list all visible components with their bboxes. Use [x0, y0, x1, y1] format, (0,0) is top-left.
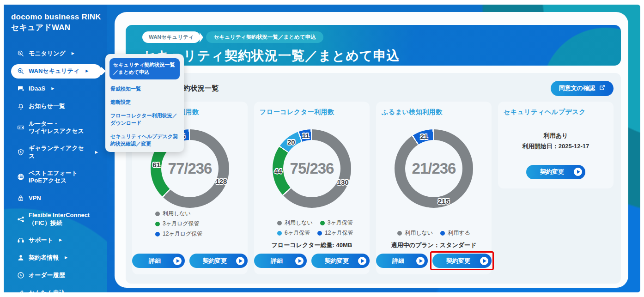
donut-segment-label: 21 [420, 133, 428, 140]
app-title: docomo business RINK セキュアドWAN [11, 12, 102, 33]
usage-legend: 利用しない3ヶ月ログ保管12ヶ月ログ保管 [138, 210, 242, 238]
page-title: セキュリティ契約状況一覧／まとめて申込 [142, 47, 621, 65]
breadcrumb-parent[interactable]: WANセキュリティ [142, 31, 200, 43]
wan-security-search-icon [17, 67, 24, 75]
contract-change-button-highlighted[interactable]: 契約変更 [432, 254, 492, 268]
sidebar-item-support[interactable]: サポート ▶ [11, 233, 102, 248]
legend-dot-icon [155, 212, 160, 216]
legend-item: 利用する [440, 229, 470, 237]
chat-bubble-icon [17, 85, 24, 93]
legend-item: 3ヶ月保管 [320, 219, 353, 227]
sidebar-item-fic[interactable]: Flexible InterConnect （FIC）接続 [11, 208, 102, 230]
sidebar-item-monitoring[interactable]: モニタリング ▶ [11, 47, 102, 61]
clock-icon [17, 272, 24, 279]
card-note [138, 242, 242, 249]
sidebar-item-vpn[interactable]: VPN [11, 191, 102, 205]
usage-start-date: 利用開始日：2025-12-17 [504, 141, 608, 152]
legend-item: 利用しない [277, 219, 313, 227]
play-circle-icon [358, 257, 366, 265]
donut-segment-label: 11 [302, 132, 310, 139]
chevron-right-icon: ▶ [72, 51, 74, 56]
legend-item: 利用しない [155, 210, 191, 218]
sidebar-item-router-wireless[interactable]: ルーター・ ワイヤレスアクセス [11, 117, 102, 139]
play-circle-icon [236, 257, 244, 265]
lock-icon [17, 194, 24, 202]
submenu-item-contract-status[interactable]: セキュリティ契約状況一覧／まとめて申込 [109, 58, 180, 79]
submenu-item-helpdesk[interactable]: セキュリティヘルプデスク契約状況確認／変更 [109, 133, 180, 148]
legend-item: 6ヶ月保管 [277, 229, 310, 237]
submenu-item-flow-collector[interactable]: フローコレクター利用状況／ダウンロード [109, 112, 180, 127]
page-header-banner: WANセキュリティ セキュリティ契約状況一覧／まとめて申込 セキュリティ契約状況… [126, 25, 621, 66]
donut-segment-label: 61 [152, 160, 160, 168]
legend-dot-icon [155, 222, 160, 226]
usage-legend: 利用しない利用する [382, 229, 486, 237]
legend-dot-icon [320, 221, 325, 225]
sidebar-item-order-history[interactable]: オーダー履歴 [11, 268, 102, 283]
card-title: フローコレクター利用数 [260, 108, 364, 116]
chevron-right-icon: ▶ [59, 238, 62, 242]
legend-item: 3ヶ月ログ保管 [155, 220, 200, 228]
donut-segment-label: 130 [337, 178, 349, 186]
legend-dot-icon [277, 221, 282, 225]
highlight-annotation: 契約変更 [430, 251, 494, 270]
submenu-item-threat-detection[interactable]: 脅威検知一覧 [109, 85, 180, 93]
play-circle-icon [173, 257, 182, 265]
detail-button[interactable]: 詳細 [132, 254, 185, 268]
legend-dot-icon [155, 232, 160, 236]
usage-legend: 利用しない3ヶ月保管6ヶ月保管12ヶ月保管 [260, 219, 364, 237]
network-nodes-icon [17, 215, 24, 223]
contract-status-panel: セキュリティ契約状況一覧 同意文の確認 セキュリティ利用数 77/236 128… [126, 73, 621, 284]
security-helpdesk-card: セキュリティヘルプデスク 利用あり 利用開始日：2025-12-17 契約変更 [498, 102, 614, 188]
sidebar-item-wan-security[interactable]: WANセキュリティ ▶ [11, 64, 102, 79]
chevron-right-icon: ▶ [85, 69, 88, 73]
content-wrapper: WANセキュリティ セキュリティ契約状況一覧／まとめて申込 セキュリティ契約状況… [115, 12, 628, 288]
legend-item: 12ヶ月保管 [317, 229, 353, 237]
current-plan-label: 適用中のプラン：スタンダード [382, 241, 486, 249]
contract-change-button[interactable]: 契約変更 [311, 254, 370, 268]
legend-dot-icon [397, 231, 402, 236]
chevron-right-icon: ▶ [65, 255, 67, 260]
helpdesk-status: 利用あり 利用開始日：2025-12-17 [504, 130, 608, 152]
detail-button[interactable]: 詳細 [254, 254, 307, 268]
bell-icon [17, 103, 24, 110]
donut-segment-label: 44 [274, 167, 282, 175]
card-title: ふるまい検知利用数 [382, 108, 486, 116]
router-icon [17, 124, 24, 132]
wan-security-submenu: セキュリティ契約状況一覧／まとめて申込 脅威検知一覧 遮断設定 フローコレクター… [105, 54, 184, 152]
card-title: セキュリティヘルプデスク [504, 108, 608, 116]
sidebar-item-contractor-info[interactable]: 契約者情報 ▶ [11, 251, 102, 265]
donut-segment-label: 215 [438, 197, 450, 205]
contract-change-button[interactable]: 契約変更 [526, 165, 585, 179]
donut-segment-label: 20 [287, 138, 295, 146]
legend-item: 利用しない [397, 229, 433, 237]
flow-collector-total: フローコレクター総量: 40MB [260, 241, 364, 249]
legend-dot-icon [277, 231, 282, 236]
flow-collector-donut-chart: 75/236 130442011 [273, 129, 351, 208]
sidebar: docomo business RINK セキュアドWAN モニタリング ▶ W… [4, 5, 107, 292]
legend-dot-icon [440, 231, 445, 236]
submenu-item-block-settings[interactable]: 遮断設定 [109, 99, 180, 106]
play-circle-icon [416, 257, 425, 265]
sidebar-item-best-effort-ipoe[interactable]: ベストエフォート IPoEアクセス [11, 166, 102, 188]
play-circle-icon [480, 257, 488, 265]
main-background: WANセキュリティ セキュリティ契約状況一覧／まとめて申込 セキュリティ契約状況… [107, 5, 640, 292]
behavior-detection-usage-card: ふるまい検知利用数 21/236 21521 利用しない利用する 適用中のプラン… [376, 102, 492, 274]
usage-status: 利用あり [504, 130, 608, 141]
globe-icon [17, 173, 24, 181]
sidebar-item-idaas[interactable]: IDaaS ▶ [11, 82, 102, 96]
external-link-icon [599, 85, 605, 92]
breadcrumb-current[interactable]: セキュリティ契約状況一覧／まとめて申込 [206, 31, 323, 43]
chevron-right-icon: ▶ [51, 86, 54, 91]
sidebar-item-guarantee-access[interactable]: ギャランティアクセス ▶ [11, 141, 102, 163]
behavior-detection-donut-chart: 21/236 21521 [395, 129, 473, 208]
app-frame: docomo business RINK セキュアドWAN モニタリング ▶ W… [4, 5, 640, 292]
contract-change-button[interactable]: 契約変更 [189, 254, 248, 268]
sidebar-divider [11, 39, 102, 39]
detail-button[interactable]: 詳細 [376, 254, 428, 268]
flow-collector-usage-card: フローコレクター利用数 75/236 130442011 利用しない3ヶ月保管6… [254, 102, 370, 274]
usage-cards-grid: セキュリティ利用数 77/236 1286116 利用しない3ヶ月ログ保管12ヶ… [132, 102, 614, 274]
donut-segment-label: 128 [215, 177, 227, 185]
sidebar-item-notices[interactable]: お知らせ一覧 [11, 99, 102, 114]
sidebar-item-easy-application[interactable]: かんたん申込 [11, 286, 102, 292]
agreement-confirm-button[interactable]: 同意文の確認 [551, 81, 614, 96]
